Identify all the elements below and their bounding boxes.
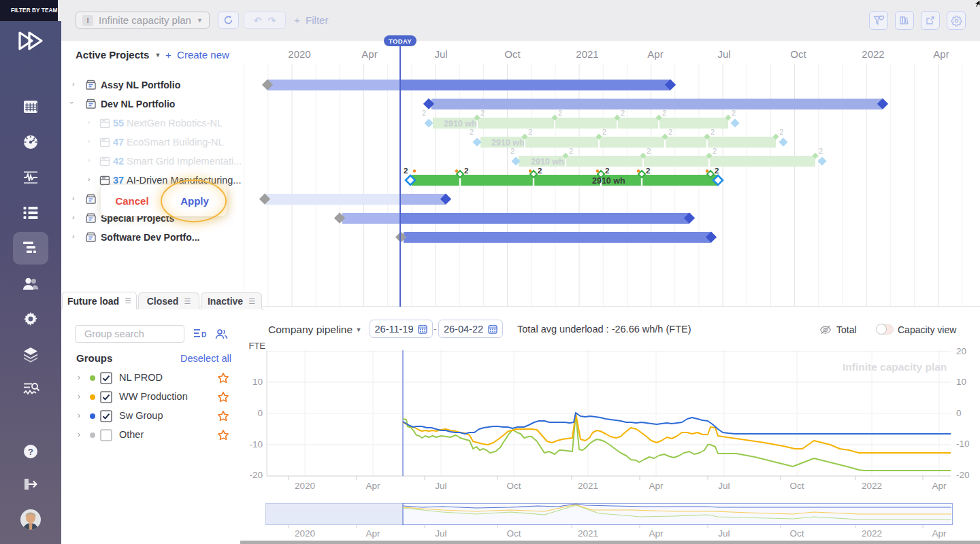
svg-text:Jul: Jul (435, 481, 446, 491)
svg-text:0: 0 (257, 408, 263, 418)
svg-text:2: 2 (538, 167, 542, 175)
svg-text:2: 2 (464, 167, 468, 175)
svg-text:Oct: Oct (789, 481, 804, 491)
svg-text:2020: 2020 (295, 481, 315, 491)
svg-text:Jul: Jul (718, 481, 730, 491)
svg-text:2: 2 (404, 167, 408, 175)
svg-text:Apr: Apr (649, 481, 664, 491)
svg-text:2022: 2022 (862, 481, 882, 491)
svg-text:0: 0 (956, 408, 962, 418)
svg-text:2910 wh: 2910 wh (444, 119, 477, 129)
svg-text:Apr: Apr (365, 528, 380, 539)
svg-text:Apr: Apr (932, 528, 947, 539)
svg-text:2: 2 (470, 128, 474, 136)
svg-text:Apr: Apr (932, 481, 947, 491)
svg-text:2021: 2021 (578, 481, 598, 491)
svg-text:D: D (201, 331, 206, 339)
svg-text:2910 wh: 2910 wh (592, 176, 625, 186)
svg-text:2: 2 (779, 128, 783, 136)
svg-text:-20: -20 (956, 470, 970, 480)
svg-text:10: 10 (956, 377, 966, 387)
svg-text:2: 2 (646, 167, 650, 175)
svg-text:-10: -10 (249, 439, 263, 449)
svg-text:2: 2 (528, 128, 532, 136)
svg-text:Oct: Oct (789, 528, 804, 539)
svg-text:2: 2 (713, 147, 717, 155)
svg-text:2: 2 (510, 147, 514, 155)
svg-text:-10: -10 (956, 439, 970, 449)
svg-text:Apr: Apr (649, 528, 664, 539)
svg-text:2: 2 (621, 109, 625, 117)
svg-text:2: 2 (715, 167, 719, 175)
svg-text:2: 2 (668, 128, 672, 136)
svg-text:2: 2 (732, 109, 736, 117)
svg-text:2: 2 (602, 128, 606, 136)
svg-text:20: 20 (956, 346, 966, 356)
svg-text:?: ? (28, 447, 33, 457)
svg-text:2: 2 (605, 167, 609, 175)
svg-text:2021: 2021 (578, 528, 598, 539)
svg-text:2: 2 (710, 128, 715, 136)
svg-text:Oct: Oct (506, 481, 521, 491)
svg-text:2910 wh: 2910 wh (491, 138, 525, 148)
svg-text:2910 wh: 2910 wh (531, 157, 564, 167)
svg-text:10: 10 (252, 377, 263, 387)
svg-text:FTE: FTE (248, 341, 265, 351)
svg-text:Jul: Jul (718, 528, 730, 539)
svg-text:2: 2 (662, 109, 666, 117)
svg-text:2022: 2022 (862, 528, 882, 539)
svg-text:Oct: Oct (506, 528, 521, 539)
svg-text:Apr: Apr (365, 481, 380, 491)
svg-text:2: 2 (569, 147, 573, 155)
svg-text:2: 2 (558, 109, 562, 117)
svg-text:Infinite capacity plan: Infinite capacity plan (843, 361, 947, 373)
svg-text:2: 2 (480, 109, 485, 117)
svg-text:2: 2 (647, 147, 651, 155)
svg-text:-20: -20 (249, 470, 263, 480)
svg-text:2020: 2020 (295, 528, 315, 539)
svg-text:Jul: Jul (435, 528, 446, 539)
svg-text:2: 2 (422, 109, 426, 117)
svg-text:2: 2 (819, 147, 823, 155)
